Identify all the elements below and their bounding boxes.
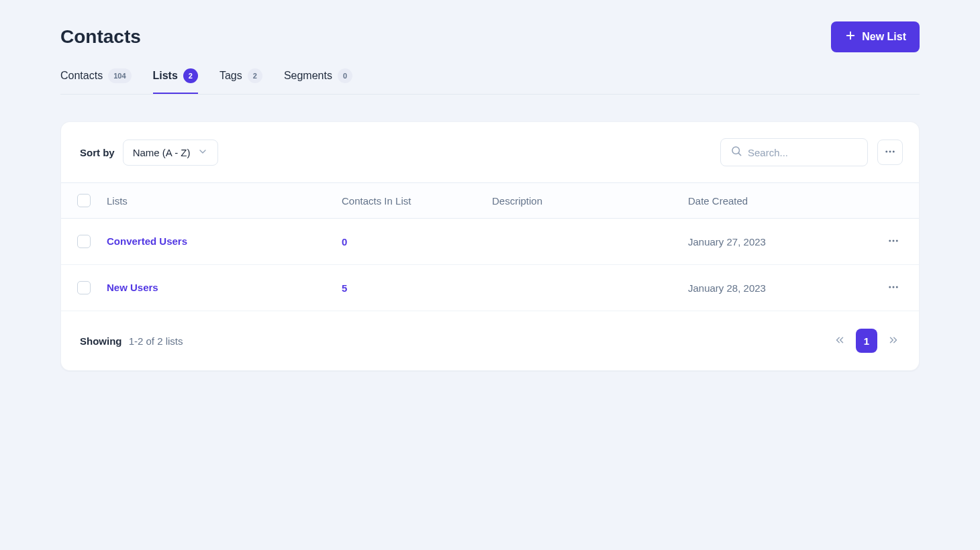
svg-point-8 (893, 239, 895, 241)
tab-tags[interactable]: Tags 2 (219, 68, 262, 94)
tab-badge: 104 (108, 68, 131, 83)
row-menu-button[interactable] (884, 278, 903, 297)
new-list-label: New List (862, 31, 906, 43)
list-contacts-count: 5 (342, 282, 492, 294)
plus-icon (844, 30, 856, 44)
row-checkbox[interactable] (77, 281, 91, 294)
tab-badge: 2 (183, 68, 198, 83)
tab-lists[interactable]: Lists 2 (153, 68, 198, 94)
svg-point-4 (885, 150, 887, 152)
column-date: Date Created (688, 195, 863, 207)
tab-contacts[interactable]: Contacts 104 (60, 68, 132, 94)
more-icon (884, 146, 896, 160)
svg-line-3 (738, 153, 740, 155)
page-title: Contacts (60, 26, 141, 48)
tab-badge: 2 (248, 68, 262, 83)
table-header: Lists Contacts In List Description Date … (61, 182, 919, 219)
chevron-down-icon (197, 146, 208, 159)
tab-badge: 0 (338, 68, 352, 83)
more-icon (887, 281, 899, 295)
svg-point-9 (896, 239, 898, 241)
svg-point-5 (889, 150, 891, 152)
tab-label: Tags (219, 70, 242, 82)
svg-point-7 (889, 239, 891, 241)
svg-point-11 (893, 286, 895, 288)
table-row: Converted Users 0 January 27, 2023 (61, 219, 919, 265)
select-all-checkbox[interactable] (77, 194, 91, 207)
list-name-link[interactable]: New Users (107, 282, 158, 293)
search-input[interactable] (748, 147, 875, 158)
search-icon (730, 145, 742, 160)
list-name-link[interactable]: Converted Users (107, 235, 187, 247)
svg-point-12 (896, 286, 898, 288)
column-description: Description (492, 195, 688, 207)
paginator: 1 (830, 329, 903, 353)
sort-by-label: Sort by (80, 147, 115, 158)
more-actions-button[interactable] (877, 140, 903, 165)
chevrons-left-icon (834, 334, 846, 348)
search-box[interactable] (720, 138, 868, 166)
column-contacts: Contacts In List (342, 195, 492, 207)
showing-value: 1-2 of 2 lists (129, 335, 183, 347)
tab-label: Segments (284, 70, 332, 82)
tab-segments[interactable]: Segments 0 (284, 68, 352, 94)
list-date-created: January 28, 2023 (688, 282, 863, 294)
tab-label: Contacts (60, 70, 103, 82)
chevrons-right-icon (887, 334, 899, 348)
page-number-current[interactable]: 1 (856, 329, 877, 353)
sort-value: Name (A - Z) (133, 147, 191, 158)
page-prev-button[interactable] (830, 331, 849, 350)
page-next-button[interactable] (884, 331, 903, 350)
row-menu-button[interactable] (884, 232, 903, 251)
tab-label: Lists (153, 70, 178, 82)
table-row: New Users 5 January 28, 2023 (61, 265, 919, 311)
list-date-created: January 27, 2023 (688, 236, 863, 248)
column-lists: Lists (107, 195, 342, 207)
list-contacts-count: 0 (342, 236, 492, 248)
new-list-button[interactable]: New List (831, 21, 920, 52)
showing-label: Showing (80, 335, 122, 347)
svg-point-10 (889, 286, 891, 288)
more-icon (887, 235, 899, 249)
tabs: Contacts 104 Lists 2 Tags 2 Segments 0 (60, 68, 920, 95)
sort-select[interactable]: Name (A - Z) (123, 140, 218, 166)
row-checkbox[interactable] (77, 235, 91, 248)
svg-point-6 (893, 150, 895, 152)
lists-card: Sort by Name (A - Z) (60, 121, 920, 371)
